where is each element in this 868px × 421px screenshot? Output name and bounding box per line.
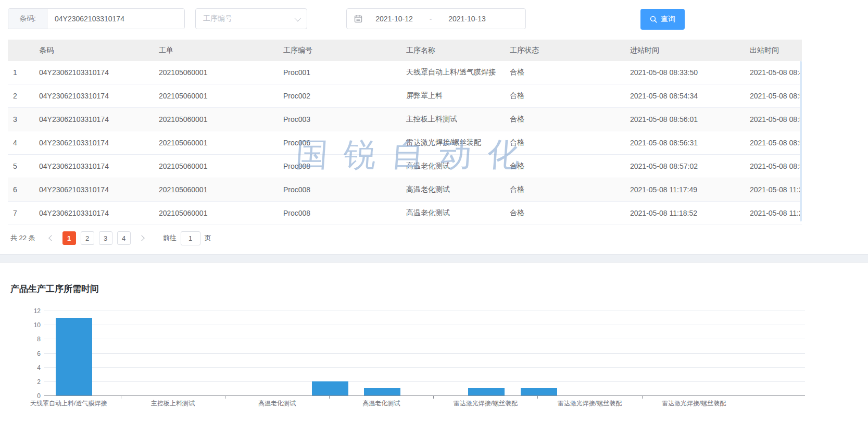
- cell-process-status: 合格: [505, 91, 625, 101]
- prev-page-button[interactable]: [45, 231, 58, 245]
- y-axis-label: 4: [37, 364, 41, 372]
- y-axis-label: 2: [37, 378, 41, 386]
- x-axis-line: [44, 395, 805, 396]
- gridline: [44, 367, 805, 368]
- y-axis-label: 10: [34, 321, 41, 329]
- table-body: 1 04Y23062103310174 202105060001 Proc001…: [8, 61, 802, 225]
- chevron-left-icon: [48, 235, 54, 241]
- chevron-right-icon: [139, 235, 144, 241]
- chart-bar: [364, 388, 400, 395]
- cell-process-name: 高温老化测试: [401, 208, 505, 218]
- cell-process-code: Proc006: [278, 139, 401, 147]
- page-button-1[interactable]: 1: [62, 231, 76, 245]
- cell-out-time: 2021-05-08 08:45:34: [745, 68, 802, 77]
- table-row[interactable]: 5 04Y23062103310174 202105060001 Proc008…: [8, 155, 802, 178]
- cell-out-time: 2021-05-08 08:57:04: [745, 162, 802, 170]
- cell-row-index: 5: [8, 162, 34, 170]
- cell-barcode: 04Y23062103310174: [34, 68, 154, 77]
- process-select-placeholder: 工序编号: [203, 14, 295, 23]
- query-button[interactable]: 查询: [640, 9, 685, 30]
- barcode-input[interactable]: [47, 9, 184, 29]
- cell-out-time: 2021-05-08 11:20:47: [745, 209, 802, 217]
- column-header-work-order: 工单: [154, 46, 278, 55]
- cell-process-code: Proc002: [278, 92, 401, 100]
- x-axis-tick: [225, 396, 225, 399]
- x-axis-label: 雷达激光焊接/螺丝装配: [454, 399, 518, 408]
- cell-work-order: 202105060001: [154, 209, 278, 217]
- gridline: [44, 311, 805, 311]
- cell-process-code: Proc008: [278, 209, 401, 217]
- pagination: 共 22 条 1234 前往 页: [10, 231, 211, 245]
- column-header-process-name: 工序名称: [401, 46, 505, 55]
- cell-work-order: 202105060001: [154, 139, 278, 147]
- filter-bar: 条码: 工序编号 2021-10-12 - 2021-10-13: [0, 0, 868, 38]
- x-axis-tick: [121, 396, 121, 399]
- table-row[interactable]: 4 04Y23062103310174 202105060001 Proc006…: [8, 131, 802, 155]
- x-axis-label: 主控板上料测试: [151, 399, 195, 408]
- gridline: [44, 339, 805, 339]
- chart-bar: [56, 318, 92, 395]
- cell-row-index: 3: [8, 115, 34, 123]
- x-axis-label: 高温老化测试: [362, 399, 400, 408]
- cell-work-order: 202105060001: [154, 162, 278, 170]
- chevron-down-icon: [295, 15, 301, 21]
- page: 条码: 工序编号 2021-10-12 - 2021-10-13: [0, 0, 868, 421]
- cell-out-time: 2021-05-08 08:56:07: [745, 115, 802, 123]
- cell-row-index: 7: [8, 209, 34, 217]
- goto-page-input[interactable]: [181, 231, 200, 245]
- page-button-4[interactable]: 4: [117, 231, 131, 245]
- cell-process-status: 合格: [505, 138, 625, 147]
- cell-process-code: Proc003: [278, 115, 401, 123]
- table-header-row: 条码工单工序编号工序名称工序状态进站时间出站时间: [8, 40, 802, 61]
- x-axis-tick: [433, 396, 434, 399]
- table-row[interactable]: 1 04Y23062103310174 202105060001 Proc001…: [8, 61, 802, 84]
- data-table: 条码工单工序编号工序名称工序状态进站时间出站时间 1 04Y2306210331…: [8, 40, 802, 225]
- next-page-button[interactable]: [135, 231, 148, 245]
- x-axis-label: 高温老化测试: [258, 399, 296, 408]
- cell-work-order: 202105060001: [154, 68, 278, 77]
- page-button-3[interactable]: 3: [99, 231, 112, 245]
- cell-process-status: 合格: [505, 208, 625, 218]
- date-separator: -: [423, 15, 438, 23]
- cell-in-time: 2021-05-08 08:56:31: [625, 139, 745, 147]
- column-header-barcode: 条码: [34, 46, 154, 55]
- query-button-label: 查询: [661, 15, 675, 24]
- x-axis-labels: 天线罩自动上料/透气膜焊接主控板上料测试高温老化测试高温老化测试雷达激光焊接/螺…: [44, 399, 805, 408]
- cell-in-time: 2021-05-08 08:57:02: [625, 162, 745, 170]
- x-axis-tick: [329, 396, 330, 399]
- cell-row-index: 1: [8, 68, 34, 77]
- cell-process-status: 合格: [505, 185, 625, 194]
- cell-process-code: Proc001: [278, 68, 401, 77]
- table-row[interactable]: 7 04Y23062103310174 202105060001 Proc008…: [8, 202, 802, 225]
- page-button-2[interactable]: 2: [81, 231, 94, 245]
- x-axis-label: 雷达激光焊接/螺丝装配: [662, 399, 726, 408]
- x-axis-tick: [537, 396, 538, 399]
- table-scrollbar[interactable]: [800, 61, 802, 221]
- goto-page: 前往 页: [163, 231, 211, 245]
- cell-process-name: 主控板上料测试: [401, 115, 505, 124]
- search-icon: [650, 16, 657, 23]
- chart-bar: [521, 388, 557, 395]
- table-row[interactable]: 3 04Y23062103310174 202105060001 Proc003…: [8, 108, 802, 131]
- gridline: [44, 381, 805, 382]
- cell-process-name: 高温老化测试: [401, 185, 505, 194]
- cell-row-index: 2: [8, 92, 34, 100]
- chart-bar: [312, 381, 348, 395]
- date-range-picker[interactable]: 2021-10-12 - 2021-10-13: [346, 8, 526, 29]
- cell-row-index: 6: [8, 185, 34, 194]
- cell-process-code: Proc008: [278, 185, 401, 194]
- table-row[interactable]: 6 04Y23062103310174 202105060001 Proc008…: [8, 178, 802, 202]
- cell-barcode: 04Y23062103310174: [34, 209, 154, 217]
- cell-work-order: 202105060001: [154, 115, 278, 123]
- cell-work-order: 202105060001: [154, 185, 278, 194]
- date-start[interactable]: 2021-10-12: [366, 15, 423, 23]
- table-row[interactable]: 2 04Y23062103310174 202105060001 Proc002…: [8, 84, 802, 108]
- cell-process-status: 合格: [505, 115, 625, 124]
- process-code-select[interactable]: 工序编号: [195, 8, 307, 29]
- column-header-process-code: 工序编号: [278, 46, 401, 55]
- gridline: [44, 353, 805, 354]
- goto-label: 前往: [163, 233, 177, 243]
- cell-in-time: 2021-05-08 11:18:52: [625, 209, 745, 217]
- column-header-out-time: 出站时间: [745, 46, 802, 55]
- date-end[interactable]: 2021-10-13: [438, 15, 496, 23]
